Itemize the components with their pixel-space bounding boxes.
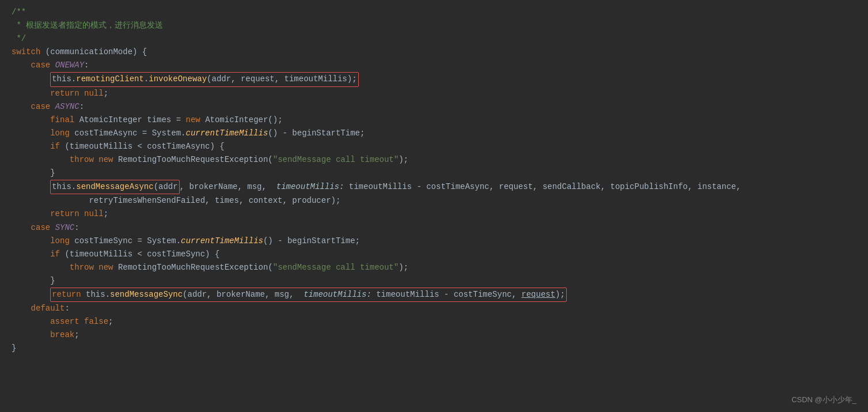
code-line-break: break; [12, 328, 856, 342]
code-line-comment3: */ [12, 32, 856, 46]
code-line-final: final AtomicInteger times = new AtomicIn… [12, 114, 856, 127]
code-line-if-async: if (timeoutMillis < costTimeAsync) { [12, 140, 856, 153]
code-line-invokeoneway: this.remotingClient.invokeOneway(addr, r… [12, 72, 856, 86]
code-line-throw-sync: throw new RemotingTooMuchRequestExceptio… [12, 261, 856, 274]
code-line-comment1: /** [12, 6, 856, 19]
code-line-return2: return null; [12, 207, 856, 221]
code-line-close: } [12, 342, 856, 355]
code-line-close-sync: } [12, 274, 856, 288]
highlight-return-sync: return this.sendMessageSync(addr, broker… [50, 288, 567, 302]
code-line-close-async: } [12, 167, 856, 180]
code-line-throw-async: throw new RemotingTooMuchRequestExceptio… [12, 153, 856, 167]
code-line-retry: retryTimesWhenSendFailed, times, context… [12, 194, 856, 207]
code-line-return-sync: return this.sendMessageSync(addr, broker… [12, 288, 856, 302]
code-line-long-async: long costTimeAsync = System.currentTimeM… [12, 127, 856, 140]
code-line-sendmessageasync: this.sendMessageAsync(addr, brokerName, … [12, 180, 856, 194]
highlight-sendmessageasync: this.sendMessageAsync(addr [50, 180, 179, 194]
code-line-comment2: * 根据发送者指定的模式，进行消息发送 [12, 19, 856, 32]
code-line-case-sync: case SYNC: [12, 221, 856, 235]
code-line-case-async: case ASYNC: [12, 100, 856, 114]
code-line-long-sync: long costTimeSync = System.currentTimeMi… [12, 235, 856, 248]
code-line-assert: assert false; [12, 315, 856, 328]
code-line-default: default: [12, 302, 856, 315]
code-line-case-oneway: case ONEWAY: [12, 59, 856, 72]
code-line-switch: switch (communicationMode) { [12, 46, 856, 59]
code-line-return1: return null; [12, 87, 856, 100]
watermark: CSDN @小小少年_ [791, 394, 856, 406]
code-container: /** * 根据发送者指定的模式，进行消息发送 */ switch (commu… [0, 0, 868, 412]
code-line-if-sync: if (timeoutMillis < costTimeSync) { [12, 248, 856, 261]
highlight-invokeoneway: this.remotingClient.invokeOneway(addr, r… [50, 72, 358, 86]
